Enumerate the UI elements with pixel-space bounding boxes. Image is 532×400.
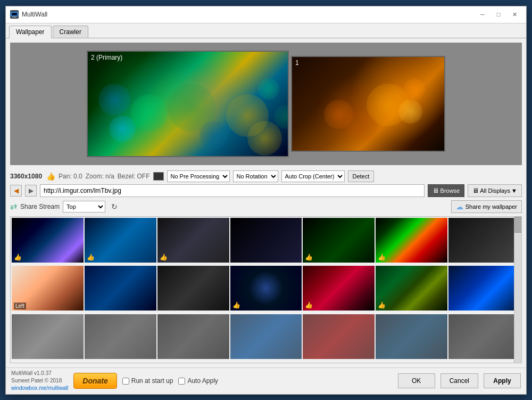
url-input[interactable] (40, 184, 425, 197)
thumbnail-grid-wrapper: 👍 👍 👍 👍 👍 (10, 216, 522, 363)
app-info: MultiWall v1.0.37 Sumeet Patel © 2018 wi… (11, 370, 68, 392)
main-content: 2 (Primary) 1 (6, 38, 526, 368)
app-author: Sumeet Patel © 2018 (11, 377, 68, 385)
monitor-secondary[interactable]: 1 (291, 56, 445, 152)
zoom-label: Zoom: n/a (86, 173, 114, 180)
minimize-button[interactable]: ─ (475, 9, 490, 20)
bezel-color-swatch[interactable] (153, 172, 164, 181)
thumbnail-item[interactable] (157, 314, 229, 359)
bezel-label: Bezel: OFF (118, 173, 150, 180)
window-controls: ─ □ ✕ (475, 9, 522, 20)
thumbnail-item[interactable]: Left (12, 266, 84, 311)
app-icon (10, 10, 19, 19)
auto-apply-group: Auto Apply (178, 377, 218, 385)
share-row: ⇄ Share Stream Top Bottom Left Right ↻ ☁… (10, 200, 522, 213)
tab-crawler[interactable]: Crawler (53, 26, 88, 38)
tab-wallpaper[interactable]: Wallpaper (9, 26, 52, 38)
share-wallpaper-button[interactable]: ☁ Share my wallpaper (451, 200, 522, 213)
close-button[interactable]: ✕ (507, 9, 522, 20)
run-at-startup-checkbox[interactable] (122, 378, 129, 385)
svg-rect-1 (12, 13, 17, 15)
app-website[interactable]: windowbox.me/multiwall (11, 385, 68, 391)
position-select[interactable]: Top Bottom Left Right (63, 201, 105, 213)
shuffle-icon: ⇄ (10, 201, 17, 211)
thumbnail-item[interactable] (303, 314, 375, 359)
monitor-primary-label: 2 (Primary) (91, 54, 122, 61)
monitors-container: 2 (Primary) 1 (87, 51, 445, 157)
scrollbar-thumb[interactable] (514, 217, 522, 233)
monitor-secondary-wallpaper (292, 57, 444, 151)
cancel-button[interactable]: Cancel (440, 373, 478, 388)
thumb-like-icon: 👍 (378, 301, 386, 309)
thumb-like-icon: 👍 (378, 254, 386, 261)
thumbnail-item[interactable] (448, 314, 520, 359)
auto-apply-label: Auto Apply (187, 377, 218, 385)
rotation-select[interactable]: No Rotation 90° 180° 270° (233, 170, 278, 182)
resolution-like-button[interactable]: 👍 (46, 172, 55, 181)
tab-bar: Wallpaper Crawler (6, 23, 526, 38)
monitor-primary-wallpaper (88, 52, 288, 156)
svg-rect-2 (12, 17, 16, 18)
window-title: MultiWall (22, 11, 475, 18)
monitor-preview-area: 2 (Primary) 1 (10, 43, 522, 165)
app-window: MultiWall ─ □ ✕ Wallpaper Crawler (5, 6, 527, 395)
auto-apply-checkbox[interactable] (178, 378, 185, 385)
thumbnail-item[interactable] (12, 314, 84, 359)
thumbnail-item[interactable] (448, 266, 520, 311)
thumb-like-icon: 👍 (160, 254, 168, 261)
app-version: MultiWall v1.0.37 (11, 370, 68, 377)
scrollbar-track (514, 217, 521, 363)
apply-button[interactable]: Apply (484, 373, 521, 388)
thumbnail-item[interactable]: 👍 (230, 266, 302, 311)
thumbnail-item[interactable]: 👍 (303, 218, 375, 263)
run-at-startup-label: Run at start up (131, 377, 173, 385)
dropdown-arrow-icon: ▼ (511, 187, 517, 194)
all-displays-button[interactable]: 🖥 All Displays ▼ (468, 184, 522, 197)
monitor-small-icon: 🖥 (472, 187, 479, 194)
thumbnail-item[interactable]: 👍 (157, 218, 229, 263)
thumbnail-grid: 👍 👍 👍 👍 👍 (11, 217, 521, 363)
url-bar-row: ◀ ▶ 🖥 Browse 🖥 All Displays ▼ (10, 184, 522, 197)
thumb-like-icon: 👍 (305, 301, 313, 309)
resolution-label: 3360x1080 (10, 173, 42, 180)
watermark: pc.imagerico.com (484, 388, 526, 394)
thumbnail-item[interactable] (448, 218, 520, 263)
thumbnail-item[interactable] (376, 314, 447, 359)
titlebar: MultiWall ─ □ ✕ (6, 6, 526, 23)
thumbnail-item[interactable]: 👍 (376, 218, 447, 263)
cloud-icon: ☁ (456, 202, 463, 211)
monitor-primary[interactable]: 2 (Primary) (87, 51, 289, 157)
back-button[interactable]: ◀ (10, 185, 22, 197)
monitor-secondary-label: 1 (295, 59, 299, 67)
thumb-like-icon: 👍 (14, 254, 22, 261)
thumbnail-item[interactable] (230, 218, 302, 263)
controls-bar: 3360x1080 👍 Pan: 0.0 Zoom: n/a Bezel: OF… (10, 168, 522, 184)
browse-button[interactable]: 🖥 Browse (428, 184, 465, 197)
autocrop-select[interactable]: Auto Crop (Center) Stretch Tile Center (281, 170, 345, 182)
preprocess-select[interactable]: No Pre Processing Blur Sharpen (167, 170, 230, 182)
thumbnail-item[interactable] (157, 266, 229, 311)
thumbnail-item[interactable] (85, 314, 156, 359)
thumbnail-item[interactable]: 👍 (303, 266, 375, 311)
thumb-like-icon: 👍 (305, 254, 313, 261)
thumbnail-item[interactable] (230, 314, 302, 359)
thumb-like-icon: 👍 (232, 301, 240, 309)
thumbnail-item[interactable]: 👍 (85, 218, 156, 263)
detect-button[interactable]: Detect (348, 170, 375, 182)
thumb-like-icon: 👍 (87, 254, 95, 261)
run-at-startup-group: Run at start up (122, 377, 173, 385)
donate-button[interactable]: Donate (73, 373, 117, 389)
pan-label: Pan: 0.0 (59, 173, 82, 180)
thumbnail-item[interactable] (85, 266, 156, 311)
bottom-bar: MultiWall v1.0.37 Sumeet Patel © 2018 wi… (6, 368, 526, 394)
monitor-icon: 🖥 (433, 187, 439, 194)
ok-button[interactable]: OK (398, 373, 435, 388)
thumbnail-item[interactable]: 👍 (12, 218, 84, 263)
share-stream-label: Share Stream (20, 203, 60, 210)
maximize-button[interactable]: □ (491, 9, 506, 20)
thumb-label: Left (14, 303, 26, 309)
thumbnail-item[interactable]: 👍 (376, 266, 447, 311)
forward-button[interactable]: ▶ (25, 185, 37, 197)
refresh-button[interactable]: ↻ (109, 201, 120, 213)
